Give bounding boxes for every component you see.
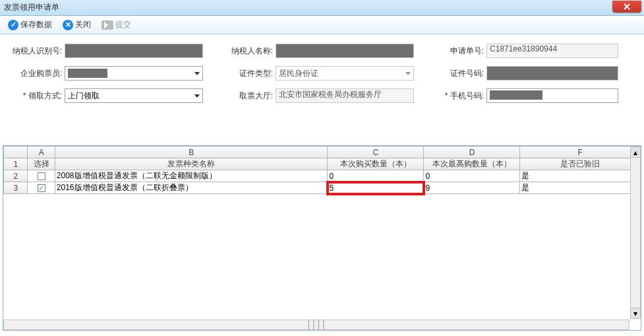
submit-label: 提交: [115, 19, 131, 30]
cert-type-value: 居民身份证: [279, 68, 318, 79]
row-number: 3: [4, 182, 28, 194]
horizontal-scrollbar[interactable]: ││││: [3, 319, 629, 330]
cert-type-label: 证件类型:: [223, 68, 276, 79]
row-select-cell[interactable]: [28, 182, 55, 194]
close-label: 关闭: [75, 19, 91, 30]
phone-label: 手机号码:: [434, 90, 486, 102]
checkbox-icon[interactable]: [38, 172, 45, 180]
chevron-down-icon: [194, 72, 200, 75]
chevron-down-icon: [194, 94, 200, 98]
taxpayer-name-label: 纳税人名称:: [223, 46, 276, 57]
col-invoice-name-header: 发票种类名称: [55, 158, 328, 170]
chevron-down-icon: [405, 72, 411, 75]
title-bar: 发票领用申请单: [0, 0, 644, 16]
submit-icon: [102, 20, 113, 30]
receive-mode-value: 上门领取: [68, 90, 100, 102]
taxpayer-name-input: [276, 44, 414, 58]
row-number-header: 1: [4, 158, 28, 170]
x-circle-icon: ✕: [63, 20, 73, 30]
check-circle-icon: ✓: [8, 20, 18, 30]
apply-no-label: 申请单号:: [434, 46, 486, 57]
invoice-grid[interactable]: A B C D F 1 选择 发票种类名称 本次购买数量（本） 本次最高购数量（…: [3, 145, 641, 331]
buyer-value: [68, 69, 107, 78]
apply-no-input: C1871ee31890944: [486, 44, 618, 58]
cert-no-input: [486, 66, 618, 81]
row-number: 2: [4, 170, 28, 182]
pickup-hall-label: 取票大厅:: [223, 90, 276, 102]
verified-cell: 是: [520, 182, 641, 194]
taxpayer-id-input: [65, 44, 203, 58]
cert-type-select: 居民身份证: [276, 66, 414, 81]
col-select-header: 选择: [28, 158, 55, 170]
receive-mode-select[interactable]: 上门领取: [65, 88, 203, 103]
toolbar: ✓ 保存数据 ✕ 关闭 提交: [0, 16, 644, 34]
max-qty-cell: 0: [424, 170, 520, 182]
row-select-cell[interactable]: [28, 170, 55, 182]
col-verified-header: 是否已验旧: [520, 158, 641, 170]
pickup-hall-input: 北安市国家税务局办税服务厅: [276, 88, 414, 103]
scroll-up-icon[interactable]: ▴: [631, 147, 640, 158]
taxpayer-id-label: 纳税人识别号:: [12, 46, 65, 57]
vertical-scrollbar[interactable]: ▴ ▾: [630, 147, 641, 319]
buy-qty-cell[interactable]: 5: [328, 182, 424, 194]
submit-button: 提交: [98, 18, 135, 32]
max-qty-cell: 9: [424, 182, 520, 194]
save-label: 保存数据: [20, 19, 52, 30]
close-button[interactable]: ✕ 关闭: [59, 18, 95, 32]
cert-no-label: 证件号码:: [434, 68, 486, 79]
invoice-name-cell: 2016版增值税普通发票（二联折叠票）: [55, 182, 328, 194]
close-icon: [623, 3, 631, 11]
verified-cell: 是: [520, 170, 641, 182]
buyer-select[interactable]: [65, 66, 203, 81]
col-max-qty-header: 本次最高购数量（本）: [424, 158, 520, 170]
table-row[interactable]: 3 2016版增值税普通发票（二联折叠票） 5 9 是: [4, 182, 641, 194]
buyer-label: 企业购票员:: [12, 68, 65, 79]
phone-input[interactable]: [486, 88, 618, 103]
window-close-button[interactable]: [612, 1, 641, 13]
table-row[interactable]: 2 2008版增值税普通发票（二联无金额限制版） 0 0 是: [4, 170, 641, 182]
scroll-down-icon[interactable]: ▾: [631, 308, 640, 318]
buy-qty-cell[interactable]: 0: [328, 170, 424, 182]
invoice-table: A B C D F 1 选择 发票种类名称 本次购买数量（本） 本次最高购数量（…: [3, 146, 641, 194]
col-letter: F: [520, 147, 641, 158]
col-letter: B: [55, 147, 328, 158]
col-letter: D: [424, 147, 520, 158]
col-letter: C: [328, 147, 424, 158]
col-letter: A: [28, 147, 55, 158]
checkbox-checked-icon[interactable]: [38, 184, 45, 192]
save-button[interactable]: ✓ 保存数据: [4, 18, 56, 32]
window-title: 发票领用申请单: [4, 2, 59, 13]
corner-cell: [4, 147, 28, 158]
col-buy-qty-header: 本次购买数量（本）: [328, 158, 424, 170]
invoice-name-cell: 2008版增值税普通发票（二联无金额限制版）: [55, 170, 328, 182]
phone-value: [490, 90, 542, 100]
receive-mode-label: 领取方式:: [12, 90, 65, 102]
form-area: 纳税人识别号: 纳税人名称: 申请单号: C1871ee31890944 企业购…: [0, 34, 644, 115]
